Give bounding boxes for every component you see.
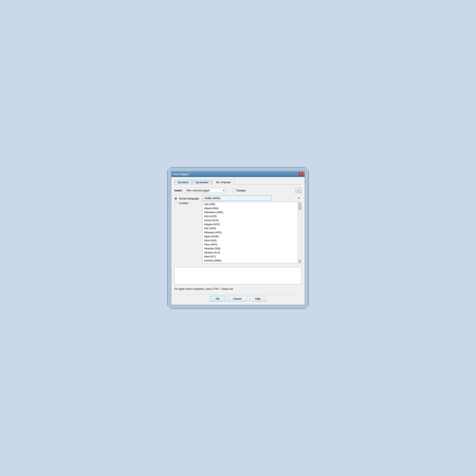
- list-item[interactable]: Aiton (AIO): [203, 238, 298, 242]
- title-bar: Insert Glyphs ✕: [171, 171, 305, 177]
- tab-by-language[interactable]: By Language: [213, 180, 235, 185]
- insert-dropdown-wrapper: Before selected glyph After selected gly…: [184, 188, 226, 193]
- glyph-preview: [174, 267, 302, 284]
- dialog-title: Insert Glyphs: [173, 173, 189, 176]
- list-item[interactable]: Amharic (AMH): [203, 258, 298, 262]
- scroll-down-button[interactable]: ▼: [298, 260, 301, 263]
- language-section: Known language Custom Arabic (ARA) ▼: [174, 196, 302, 263]
- list-item[interactable]: Acholi (ACH): [203, 218, 298, 222]
- insert-dropdown[interactable]: Before selected glyph After selected gly…: [184, 188, 226, 193]
- list-col: Arabic (ARA) ▼ Aari (ARI) Abaza (ABA) Ab…: [202, 196, 302, 263]
- ok-button[interactable]: OK: [210, 296, 225, 302]
- custom-radio-row: Custom: [174, 201, 199, 205]
- list-item[interactable]: Afrikaans (AFK): [203, 230, 298, 234]
- radio-col: Known language Custom: [174, 196, 199, 205]
- list-scrollbar[interactable]: ▲ ▼: [298, 202, 302, 263]
- dialog-body: By Name By Number By Language Insert Bef…: [171, 177, 305, 305]
- insert-label: Insert: [174, 189, 182, 192]
- list-item[interactable]: Abaza (ABA): [203, 206, 298, 210]
- list-item[interactable]: Adyghe (ADY): [203, 222, 298, 226]
- scroll-up-button[interactable]: ▲: [298, 202, 301, 206]
- buttons-row: OK Cancel Help: [174, 294, 302, 302]
- tab-by-name[interactable]: By Name: [174, 180, 192, 185]
- list-item[interactable]: Alsatian (ALS): [203, 251, 298, 255]
- list-item[interactable]: Albanian (SQI): [203, 246, 298, 251]
- lang-dropdown-container: Arabic (ARA) ▼: [202, 196, 302, 201]
- ranges-label[interactable]: Ranges: [232, 189, 246, 192]
- custom-label: Custom: [179, 201, 188, 205]
- tabs-row: By Name By Number By Language: [174, 179, 302, 185]
- known-language-label: Known language: [179, 197, 199, 200]
- known-language-radio[interactable]: [174, 197, 177, 200]
- known-language-radio-row: Known language: [174, 197, 199, 200]
- language-list[interactable]: Aari (ARI) Abaza (ABA) Abkhazian (ABK) A…: [202, 202, 298, 263]
- list-item[interactable]: Altai (ALT): [203, 255, 298, 258]
- list-item[interactable]: Agaw (AGW): [203, 234, 298, 238]
- cancel-button[interactable]: Cancel: [228, 296, 247, 302]
- list-item[interactable]: Aari (ARI): [203, 202, 298, 206]
- checkmark-button[interactable]: ✓: [295, 188, 302, 193]
- close-button[interactable]: ✕: [299, 172, 303, 176]
- tab-by-number[interactable]: By Number: [192, 180, 212, 185]
- list-item[interactable]: Achi (ACR): [203, 214, 298, 218]
- list-item[interactable]: Afar (AFR): [203, 226, 298, 230]
- language-dropdown[interactable]: Arabic (ARA): [202, 196, 271, 201]
- dialog: Insert Glyphs ✕ By Name By Number By Lan…: [171, 171, 305, 305]
- list-item[interactable]: Abkhazian (ABK): [203, 210, 298, 214]
- insert-row: Insert Before selected glyph After selec…: [174, 188, 302, 193]
- list-item[interactable]: Akan (AKA): [203, 242, 298, 246]
- lang-list-container: Aari (ARI) Abaza (ABA) Abkhazian (ABK) A…: [202, 202, 302, 263]
- status-text: For glyph name completion, press CTRL + …: [174, 287, 302, 290]
- custom-radio[interactable]: [174, 202, 177, 204]
- list-item[interactable]: Anglo-Saxon (ANG): [203, 262, 298, 263]
- lang-dropdown-arrow: ▼: [298, 197, 300, 200]
- scroll-thumb[interactable]: [299, 206, 301, 210]
- outer-frame: Insert Glyphs ✕ By Name By Number By Lan…: [167, 167, 309, 309]
- ranges-checkbox[interactable]: [232, 189, 235, 192]
- help-button[interactable]: Help: [249, 296, 266, 302]
